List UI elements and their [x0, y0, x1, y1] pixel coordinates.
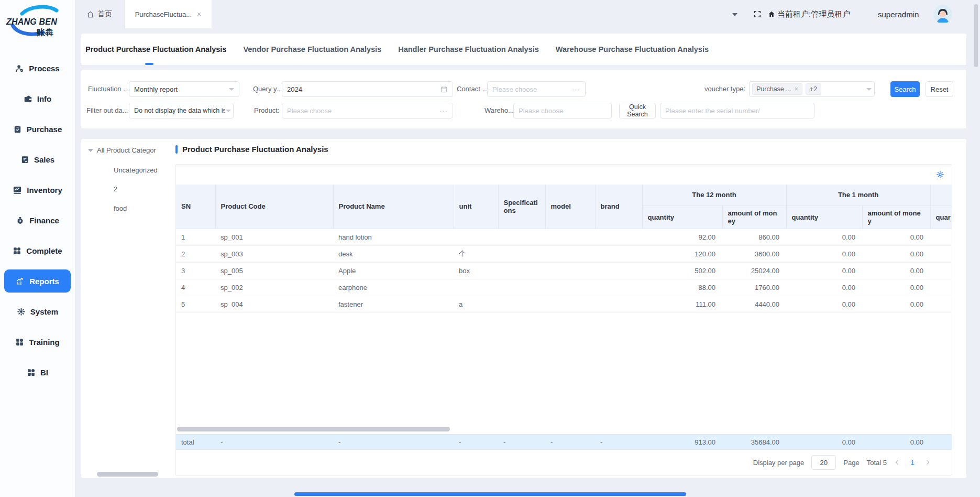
- sidebar-item-label: Inventory: [27, 186, 62, 195]
- table-scroll-area: SN Product Code Product Name unit Specif…: [176, 185, 952, 434]
- voucher-tag[interactable]: Purchase ... ×: [752, 83, 802, 95]
- cell-name: desk: [333, 245, 454, 262]
- panel-horizontal-scrollbar[interactable]: [97, 472, 158, 477]
- current-page-number[interactable]: 1: [908, 459, 917, 467]
- table-row[interactable]: 4 sp_002 earphone 88.00 1760.00 0.00 0.0…: [176, 279, 952, 296]
- cell-clipped: [930, 262, 952, 279]
- sidebar-item-bi[interactable]: BI: [4, 361, 71, 384]
- tab-product-fluctuation[interactable]: Product Purchase Fluctuation Analysis: [85, 45, 226, 53]
- cell-q1: 0.00: [786, 262, 862, 279]
- avatar[interactable]: [933, 5, 952, 24]
- sidebar-item-process[interactable]: Process: [4, 57, 71, 80]
- tab-handler-fluctuation[interactable]: Handler Purchase Fluctuation Analysis: [398, 45, 539, 53]
- sidebar-item-inventory[interactable]: Inventory: [4, 178, 71, 201]
- tag-close-icon[interactable]: ×: [795, 85, 798, 93]
- fluctuation-select[interactable]: Monthly report: [129, 81, 239, 97]
- warehouse-input[interactable]: [519, 107, 607, 115]
- tree-root-label: All Product Categor: [97, 146, 156, 154]
- contact-select[interactable]: ···: [487, 81, 586, 97]
- horizontal-scrollbar[interactable]: [177, 427, 450, 431]
- tabs-dropdown-caret-icon[interactable]: [732, 13, 737, 16]
- cell-model: [545, 262, 595, 279]
- col-header-quantity-12[interactable]: quantity: [642, 206, 722, 229]
- table-row[interactable]: 1 sp_001 hand lotion 92.00 860.00 0.00 0…: [176, 229, 952, 245]
- col-header-sn[interactable]: SN: [176, 185, 215, 229]
- serial-number-input-wrap: [660, 103, 814, 118]
- vertical-scrollbar[interactable]: [974, 4, 978, 67]
- col-header-unit[interactable]: unit: [454, 185, 498, 229]
- sidebar-item-sales[interactable]: Sales: [4, 148, 71, 171]
- total-a12: 35684.00: [722, 435, 786, 449]
- report-tabs: Product Purchase Fluctuation Analysis Ve…: [81, 34, 966, 65]
- tree-node-2[interactable]: 2: [114, 185, 117, 193]
- cell-a12: 860.00: [722, 229, 786, 245]
- sidebar-item-label: Purchase: [27, 125, 62, 134]
- voucher-more-tag: +2: [806, 83, 821, 95]
- cell-name: Apple: [333, 262, 454, 279]
- quick-search-button[interactable]: Quick Search: [619, 103, 656, 118]
- sidebar-item-purchase[interactable]: Purchase: [4, 117, 71, 141]
- group-header-1-month: The 1 month: [786, 185, 930, 206]
- col-header-product-code[interactable]: Product Code: [215, 185, 333, 229]
- sidebar-item-finance[interactable]: ¥ Finance: [4, 209, 71, 232]
- serial-number-input[interactable]: [665, 107, 809, 115]
- tree-node-all-product-category[interactable]: All Product Categor: [88, 146, 156, 154]
- tree-node-uncategorized[interactable]: Uncategorized: [114, 166, 158, 174]
- sidebar-item-reports[interactable]: Reports: [4, 269, 71, 293]
- total-clipped: [930, 435, 952, 449]
- col-header-quantity-1[interactable]: quantity: [786, 206, 862, 229]
- col-header-specifications[interactable]: Specifications: [498, 185, 545, 229]
- col-header-model[interactable]: model: [545, 185, 595, 229]
- col-header-brand[interactable]: brand: [595, 185, 642, 229]
- title-accent-bar: [175, 145, 178, 154]
- table-row[interactable]: 2 sp_003 desk 个 120.00 3600.00 0.00 0.00: [176, 245, 952, 262]
- open-page-tab[interactable]: PurchaseFluctua... ×: [124, 0, 212, 28]
- close-icon[interactable]: ×: [197, 10, 201, 18]
- reset-button[interactable]: Reset: [926, 81, 953, 97]
- sidebar-item-label: Finance: [29, 216, 59, 225]
- table-row[interactable]: 5 sp_004 fastener a 111.00 4440.00 0.00 …: [176, 296, 952, 312]
- sidebar-item-system[interactable]: System: [4, 300, 71, 323]
- cell-q1: 0.00: [786, 245, 862, 262]
- per-page-input[interactable]: [812, 456, 835, 469]
- product-select[interactable]: ···: [282, 103, 453, 118]
- app-logo: ZHANG BEN 账犇: [0, 0, 75, 52]
- tab-vendor-fluctuation[interactable]: Vendor Purchase Fluctuation Analysis: [243, 45, 381, 53]
- voucher-type-multiselect[interactable]: Purchase ... × +2: [749, 81, 875, 97]
- col-header-amount-12[interactable]: amount of money: [722, 206, 786, 229]
- sidebar-item-info[interactable]: Info: [4, 87, 71, 110]
- sidebar-item-label: System: [30, 307, 58, 316]
- fullscreen-icon[interactable]: [753, 10, 762, 20]
- column-settings-gear-icon[interactable]: [936, 170, 944, 179]
- product-input[interactable]: [287, 107, 437, 115]
- cell-spec: [498, 296, 545, 312]
- cell-sn: 5: [176, 296, 215, 312]
- breadcrumb-home[interactable]: 首页: [86, 0, 112, 28]
- prev-page-icon[interactable]: [894, 459, 900, 466]
- contact-input[interactable]: [492, 85, 570, 93]
- tree-node-food[interactable]: food: [114, 204, 127, 212]
- clipboard-list-icon: [20, 155, 29, 164]
- sidebar-item-training[interactable]: Training: [4, 330, 71, 353]
- col-header-product-name[interactable]: Product Name: [333, 185, 454, 229]
- cell-code: sp_004: [215, 296, 333, 312]
- warehouse-select[interactable]: [513, 103, 612, 118]
- col-header-amount-1[interactable]: amount of money: [862, 206, 930, 229]
- sidebar-nav: Process Info Purchase Sales Inventory ¥ …: [0, 52, 75, 388]
- search-button[interactable]: Search: [890, 81, 920, 97]
- table-row[interactable]: 3 sp_005 Apple box 502.00 25024.00 0.00 …: [176, 262, 952, 279]
- cell-a1: 0.00: [862, 279, 930, 296]
- sidebar: ZHANG BEN 账犇 Process Info Purchase Sales: [0, 0, 75, 497]
- cell-a1: 0.00: [862, 229, 930, 245]
- next-page-icon[interactable]: [924, 459, 931, 466]
- username[interactable]: superadmin: [878, 0, 919, 28]
- col-header-clipped[interactable]: quar: [930, 206, 952, 229]
- filter-out-select[interactable]: Do not display the data which is 0: [129, 103, 234, 118]
- tree-expand-caret-icon[interactable]: [88, 149, 93, 152]
- cell-q1: 0.00: [786, 229, 862, 245]
- tab-warehouse-fluctuation[interactable]: Warehouse Purchase Fluctuation Analysis: [556, 45, 709, 53]
- sidebar-item-complete[interactable]: Complete: [4, 239, 71, 262]
- page-horizontal-scrollbar[interactable]: [294, 492, 686, 496]
- query-year-input[interactable]: [287, 85, 440, 93]
- grid-icon: [15, 338, 24, 347]
